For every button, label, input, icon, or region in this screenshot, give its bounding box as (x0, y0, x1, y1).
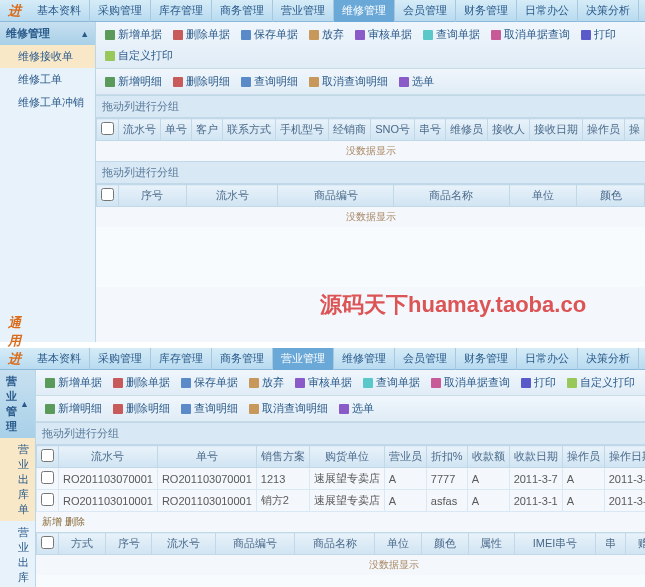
toolbar-button[interactable]: 审核单据 (350, 25, 416, 44)
main-tab[interactable]: 决策分析 (578, 0, 639, 22)
toolbar-button[interactable]: 取消单据查询 (486, 25, 574, 44)
select-all-checkbox[interactable] (41, 449, 54, 462)
table-row[interactable]: RO201103070001RO2011030700011213速展望专卖店A7… (37, 468, 646, 490)
toolbar-button[interactable]: 新增明细 (100, 72, 166, 91)
main-tab[interactable]: 会员管理 (395, 348, 456, 370)
column-header[interactable]: 方式 (59, 533, 106, 555)
column-header[interactable]: 收款日期 (509, 446, 562, 468)
column-header[interactable]: SNO号 (371, 119, 415, 141)
main-tab[interactable]: 营业管理 (273, 348, 334, 370)
row-checkbox[interactable] (41, 471, 54, 484)
main-tab[interactable]: 采购管理 (90, 0, 151, 22)
toolbar-button[interactable]: 删除单据 (168, 25, 234, 44)
main-tab[interactable]: 维修管理 (334, 0, 395, 22)
column-header[interactable]: 操作员 (562, 446, 604, 468)
column-header[interactable]: 手机型号 (276, 119, 329, 141)
column-header[interactable]: 经销商 (329, 119, 371, 141)
column-header[interactable]: 折扣% (426, 446, 467, 468)
sidebar-item[interactable]: 维修工单 (0, 68, 95, 91)
main-tab[interactable]: 基本资料 (29, 348, 90, 370)
chevron-up-icon[interactable]: ▲ (80, 29, 89, 39)
main-tab[interactable]: 日常办公 (517, 348, 578, 370)
column-header[interactable]: 联系方式 (223, 119, 276, 141)
main-tab[interactable]: 财务管理 (456, 0, 517, 22)
toolbar-button[interactable]: 自定义打印 (100, 46, 177, 65)
column-header[interactable]: 收款额 (467, 446, 509, 468)
column-header[interactable]: 接收日期 (530, 119, 583, 141)
toolbar-button[interactable]: 审核单据 (290, 373, 356, 392)
main-tab[interactable]: 基本资料 (29, 0, 90, 22)
column-header[interactable]: 流水号 (59, 446, 158, 468)
toolbar-button[interactable]: 放弃 (244, 373, 288, 392)
main-tab[interactable]: 维修管理 (334, 348, 395, 370)
select-all-checkbox[interactable] (101, 122, 114, 135)
toolbar-button[interactable]: 打印 (516, 373, 560, 392)
column-header[interactable]: 串 (595, 533, 625, 555)
sidebar-item[interactable]: 维修接收单 (0, 45, 95, 68)
toolbar-button[interactable]: 删除单据 (108, 373, 174, 392)
column-header[interactable]: 营业员 (384, 446, 426, 468)
toolbar-button[interactable]: 删除明细 (168, 72, 234, 91)
column-header[interactable]: 颜色 (577, 185, 645, 207)
toolbar-button[interactable]: 取消单据查询 (426, 373, 514, 392)
toolbar-button[interactable]: 打印 (576, 25, 620, 44)
toolbar-button[interactable]: 新增单据 (40, 373, 106, 392)
column-header[interactable]: 商品名称 (295, 533, 375, 555)
column-header[interactable]: 购货单位 (309, 446, 384, 468)
toolbar-button[interactable]: 取消查询明细 (244, 399, 332, 418)
column-header[interactable]: 接收人 (488, 119, 530, 141)
column-header[interactable]: 操作日期 (604, 446, 645, 468)
main-tab[interactable]: 库存管理 (151, 348, 212, 370)
toolbar-button[interactable]: 查询单据 (418, 25, 484, 44)
sidebar-item[interactable]: 营业出库单审核 (0, 521, 35, 587)
main-tab[interactable]: 决策分析 (578, 348, 639, 370)
toolbar-button[interactable]: 新增单据 (100, 25, 166, 44)
main-tab[interactable]: 查询管 (639, 0, 645, 22)
select-all-checkbox[interactable] (101, 188, 114, 201)
column-header[interactable]: 流水号 (119, 119, 161, 141)
row-checkbox[interactable] (41, 493, 54, 506)
toolbar-button[interactable]: 查询单据 (358, 373, 424, 392)
toolbar-button[interactable]: 新增明细 (40, 399, 106, 418)
column-header[interactable]: 销售方案 (256, 446, 309, 468)
main-tab[interactable]: 会员管理 (395, 0, 456, 22)
main-tab[interactable]: 库存管理 (151, 0, 212, 22)
main-tab[interactable]: 采购管理 (90, 348, 151, 370)
column-header[interactable]: 操 (625, 119, 645, 141)
column-header[interactable]: 赠品 (626, 533, 645, 555)
column-header[interactable]: 商品编号 (278, 185, 394, 207)
column-header[interactable]: 单号 (161, 119, 192, 141)
toolbar-button[interactable]: 删除明细 (108, 399, 174, 418)
footer-tabs[interactable]: 新增 删除 (36, 512, 645, 532)
column-header[interactable]: 单位 (509, 185, 577, 207)
column-header[interactable]: 操作员 (583, 119, 625, 141)
column-header[interactable]: 属性 (468, 533, 515, 555)
column-header[interactable]: IMEI串号 (515, 533, 596, 555)
column-header[interactable]: 商品名称 (394, 185, 510, 207)
toolbar-button[interactable]: 保存单据 (176, 373, 242, 392)
main-tab[interactable]: 营业管理 (273, 0, 334, 22)
toolbar-button[interactable]: 选单 (334, 399, 378, 418)
toolbar-button[interactable]: 取消查询明细 (304, 72, 392, 91)
column-header[interactable]: 单位 (375, 533, 422, 555)
sidebar-item[interactable]: 营业出库单 (0, 438, 35, 521)
toolbar-button[interactable]: 选单 (394, 72, 438, 91)
toolbar-button[interactable]: 保存单据 (236, 25, 302, 44)
main-tab[interactable]: 查询管理 (639, 348, 645, 370)
column-header[interactable]: 流水号 (152, 533, 215, 555)
column-header[interactable]: 客户 (192, 119, 223, 141)
toolbar-button[interactable]: 放弃 (304, 25, 348, 44)
main-tab[interactable]: 商务管理 (212, 348, 273, 370)
column-header[interactable]: 维修员 (446, 119, 488, 141)
column-header[interactable]: 单号 (157, 446, 256, 468)
column-header[interactable]: 序号 (119, 185, 187, 207)
main-tab[interactable]: 商务管理 (212, 0, 273, 22)
column-header[interactable]: 商品编号 (215, 533, 295, 555)
toolbar-button[interactable]: 自定义打印 (562, 373, 639, 392)
chevron-up-icon[interactable]: ▲ (20, 399, 29, 409)
toolbar-button[interactable]: 查询明细 (176, 399, 242, 418)
main-tab[interactable]: 财务管理 (456, 348, 517, 370)
sidebar-item[interactable]: 维修工单冲销 (0, 91, 95, 114)
toolbar-button[interactable]: 查询明细 (236, 72, 302, 91)
column-header[interactable]: 流水号 (186, 185, 278, 207)
